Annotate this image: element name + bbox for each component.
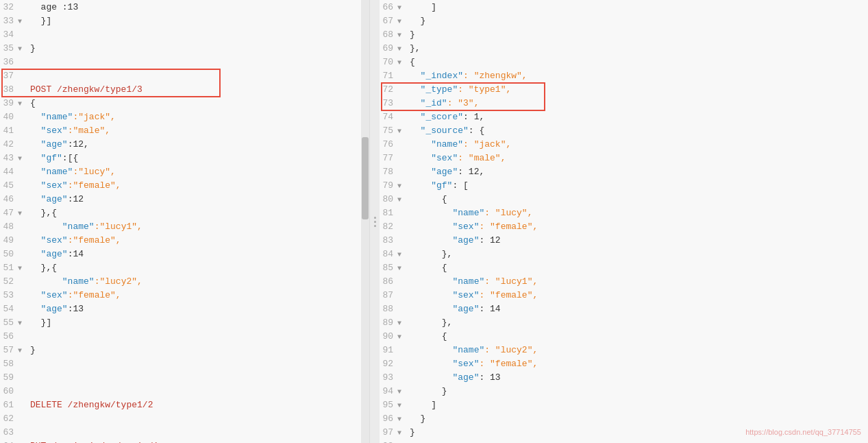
fold-arrow-icon[interactable]: ▼ (393, 182, 401, 190)
left-line-53: 53 "sex":"female", (0, 288, 369, 302)
panel-divider[interactable] (370, 0, 380, 443)
fold-arrow-icon (14, 374, 22, 382)
line-content: "name":"lucy", (27, 167, 369, 177)
fold-arrow-icon[interactable]: ▼ (14, 320, 22, 327)
fold-arrow-icon (14, 402, 22, 409)
line-content: "name": "lucy", (407, 208, 868, 218)
line-content: "name":"lucy1", (27, 222, 369, 232)
fold-arrow-icon[interactable]: ▼ (393, 265, 401, 272)
line-content: "name": "lucy2", (407, 345, 868, 355)
right-line-70: 70▼{ (380, 55, 868, 69)
right-line-68: 68▼} (380, 27, 868, 41)
line-number: 85▼ (380, 263, 407, 273)
line-number: 91 (380, 345, 407, 355)
line-number: 69▼ (380, 43, 407, 53)
fold-arrow-icon[interactable]: ▼ (393, 59, 401, 67)
editor-container: 32 age :1333▼ }]34 35▼}36 37 38 POST /zh… (0, 0, 868, 443)
fold-arrow-icon[interactable]: ▼ (393, 333, 401, 341)
fold-arrow-icon[interactable]: ▼ (14, 265, 22, 272)
right-panel: 66▼ ]67▼ }68▼}69▼},70▼{71 "_index": "zhe… (380, 0, 868, 443)
left-line-32: 32 age :13 (0, 0, 369, 14)
fold-arrow-icon[interactable]: ▼ (393, 128, 401, 135)
right-line-85: 85▼ { (380, 261, 868, 274)
right-line-75: 75▼ "_source": { (380, 123, 868, 137)
left-scrollbar-thumb[interactable] (362, 137, 369, 219)
fold-arrow-icon (14, 306, 22, 313)
left-line-39: 39▼{ (0, 96, 369, 110)
fold-arrow-icon[interactable]: ▼ (393, 45, 401, 53)
line-content: "age": 12, (407, 167, 868, 177)
line-content: "_type": "type1", (407, 84, 868, 95)
divider-dot-3 (374, 225, 376, 227)
line-content: "name": "lucy1", (407, 276, 868, 287)
line-content: "sex":"male", (27, 125, 369, 136)
left-line-46: 46 "age":12 (0, 192, 369, 206)
fold-arrow-icon (14, 86, 22, 94)
fold-arrow-icon[interactable]: ▼ (14, 155, 22, 163)
fold-arrow-icon[interactable]: ▼ (393, 402, 401, 409)
fold-arrow-icon (393, 100, 401, 108)
left-scrollbar[interactable] (361, 0, 369, 443)
line-number: 61 (0, 400, 27, 410)
fold-arrow-icon[interactable]: ▼ (14, 210, 22, 217)
line-content: }] (27, 318, 369, 328)
right-line-83: 83 "age": 12 (380, 233, 868, 247)
left-line-47: 47▼ },{ (0, 206, 369, 219)
right-line-90: 90▼ { (380, 329, 868, 343)
fold-arrow-icon[interactable]: ▼ (393, 416, 401, 423)
line-content: "name":"lucy2", (27, 276, 369, 287)
right-line-88: 88 "age": 14 (380, 302, 868, 315)
fold-arrow-icon (393, 292, 401, 300)
line-number: 73 (380, 98, 407, 108)
line-number: 87 (380, 290, 407, 300)
right-line-95: 95▼ ] (380, 398, 868, 411)
fold-arrow-icon (14, 251, 22, 259)
right-line-77: 77 "sex": "male", (380, 151, 868, 165)
line-content: "sex": "female", (407, 359, 868, 369)
line-content: "name": "jack", (407, 139, 868, 149)
fold-arrow-icon[interactable]: ▼ (393, 18, 401, 25)
line-number: 82 (380, 222, 407, 232)
fold-arrow-icon[interactable]: ▼ (393, 32, 401, 39)
line-number: 43▼ (0, 153, 27, 163)
line-content: } (27, 345, 369, 355)
fold-arrow-icon (393, 224, 401, 231)
line-number: 98 (380, 441, 407, 444)
left-panel: 32 age :1333▼ }]34 35▼}36 37 38 POST /zh… (0, 0, 370, 443)
line-content: "age":14 (27, 249, 369, 259)
divider-dot-2 (374, 221, 376, 223)
line-number: 92 (380, 359, 407, 369)
line-content: "age":12 (27, 194, 369, 204)
fold-arrow-icon (14, 182, 22, 190)
left-line-64: 64 PUT /movie_index/movie/1 (0, 439, 369, 443)
fold-arrow-icon[interactable]: ▼ (14, 18, 22, 25)
fold-arrow-icon[interactable]: ▼ (14, 347, 22, 355)
fold-arrow-icon (14, 333, 22, 341)
line-number: 90▼ (380, 331, 407, 342)
right-line-69: 69▼}, (380, 41, 868, 55)
line-content: "gf": [ (407, 180, 868, 191)
fold-arrow-icon (14, 196, 22, 204)
right-line-71: 71 "_index": "zhengkw", (380, 69, 868, 82)
line-number: 50 (0, 249, 27, 259)
fold-arrow-icon[interactable]: ▼ (393, 4, 401, 12)
fold-arrow-icon[interactable]: ▼ (393, 320, 401, 327)
line-number: 58 (0, 359, 27, 369)
fold-arrow-icon[interactable]: ▼ (393, 429, 401, 437)
fold-arrow-icon (14, 59, 22, 67)
line-content: { (27, 98, 369, 108)
fold-arrow-icon[interactable]: ▼ (14, 45, 22, 53)
fold-arrow-icon[interactable]: ▼ (393, 196, 401, 204)
left-line-52: 52 "name":"lucy2", (0, 274, 369, 288)
left-line-41: 41 "sex":"male", (0, 123, 369, 137)
fold-arrow-icon[interactable]: ▼ (393, 251, 401, 259)
right-line-91: 91 "name": "lucy2", (380, 343, 868, 357)
fold-arrow-icon[interactable]: ▼ (393, 388, 401, 396)
line-content: "age":12, (27, 139, 369, 149)
line-number: 55▼ (0, 318, 27, 328)
fold-arrow-icon[interactable]: ▼ (14, 100, 22, 108)
fold-arrow-icon (14, 292, 22, 300)
line-number: 62 (0, 414, 27, 424)
line-content: { (407, 263, 868, 273)
line-content: { (407, 331, 868, 342)
